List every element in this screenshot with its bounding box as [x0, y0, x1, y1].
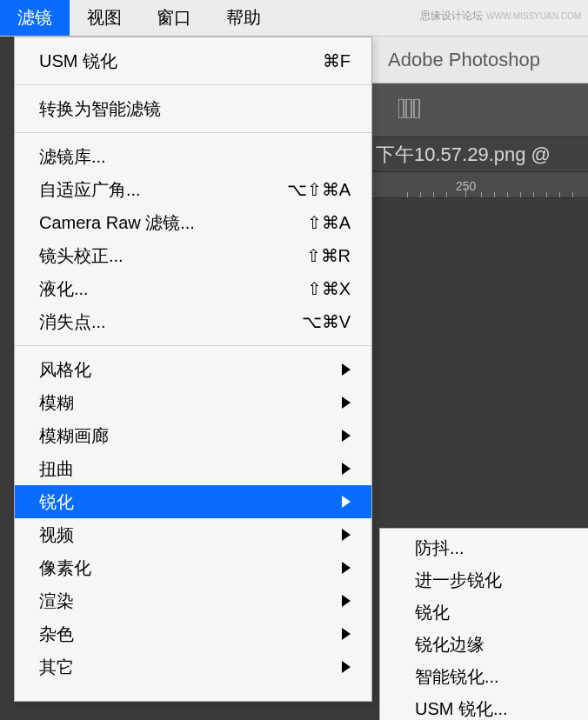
- menu-item-video[interactable]: 视频: [15, 518, 371, 551]
- menu-item-noise[interactable]: 杂色: [15, 617, 371, 650]
- chevron-right-icon: [340, 363, 351, 376]
- app-title: Adobe Photoshop: [388, 49, 540, 71]
- svg-rect-0: [398, 99, 404, 118]
- svg-rect-1: [406, 99, 411, 118]
- chevron-right-icon: [340, 595, 351, 607]
- svg-rect-2: [414, 99, 419, 118]
- menu-separator: [15, 84, 371, 85]
- chevron-right-icon: [340, 397, 351, 409]
- watermark: 思缘设计论坛WWW.MISSYUAN.COM: [420, 9, 581, 23]
- menu-item-blur[interactable]: 模糊: [15, 386, 371, 419]
- panel-layout-icon[interactable]: [398, 99, 421, 122]
- chevron-right-icon: [340, 628, 351, 640]
- document-tab[interactable]: 下午10.57.29.png @: [372, 137, 588, 172]
- toolbar: [372, 83, 588, 137]
- submenu-item-sharpen[interactable]: 锐化: [380, 597, 588, 629]
- menu-item-lens-correction[interactable]: 镜头校正... ⇧⌘R: [15, 239, 371, 272]
- filter-menu-dropdown: USM 锐化 ⌘F 转换为智能滤镜 滤镜库... 自适应广角... ⌥⇧⌘A C…: [14, 37, 372, 702]
- menubar: 滤镜 视图 窗口 帮助 思缘设计论坛WWW.MISSYUAN.COM: [0, 0, 588, 37]
- menu-item-render[interactable]: 渲染: [15, 584, 371, 617]
- chevron-right-icon: [340, 463, 351, 475]
- menu-item-stylize[interactable]: 风格化: [15, 353, 371, 386]
- menu-item-filter-gallery[interactable]: 滤镜库...: [15, 140, 371, 173]
- chevron-right-icon: [340, 496, 351, 508]
- chevron-right-icon: [340, 562, 351, 574]
- menu-item-vanishing-point[interactable]: 消失点... ⌥⌘V: [15, 305, 371, 338]
- menu-item-blur-gallery[interactable]: 模糊画廊: [15, 419, 371, 452]
- menu-view[interactable]: 视图: [70, 0, 139, 36]
- submenu-item-smart-sharpen[interactable]: 智能锐化...: [380, 661, 588, 693]
- menu-item-distort[interactable]: 扭曲: [15, 452, 371, 485]
- menu-separator: [15, 345, 371, 346]
- menu-filter[interactable]: 滤镜: [0, 0, 70, 36]
- menu-separator: [15, 132, 371, 133]
- menu-item-other[interactable]: 其它: [15, 650, 371, 683]
- chevron-right-icon: [340, 661, 351, 673]
- menu-window[interactable]: 窗口: [139, 0, 209, 36]
- chevron-right-icon: [340, 529, 351, 541]
- menu-item-adaptive-wide-angle[interactable]: 自适应广角... ⌥⇧⌘A: [15, 173, 371, 206]
- document-title: 下午10.57.29.png @: [376, 142, 551, 168]
- ruler-horizontal: 250: [372, 172, 588, 198]
- menu-item-pixelate[interactable]: 像素化: [15, 551, 371, 584]
- sharpen-submenu: 防抖... 进一步锐化 锐化 锐化边缘 智能锐化... USM 锐化...: [379, 528, 588, 720]
- submenu-item-sharpen-edges[interactable]: 锐化边缘: [380, 629, 588, 661]
- menu-item-liquify[interactable]: 液化... ⇧⌘X: [15, 272, 371, 305]
- chevron-right-icon: [340, 430, 351, 442]
- menu-item-sharpen[interactable]: 锐化: [15, 485, 371, 518]
- menu-help[interactable]: 帮助: [209, 0, 278, 36]
- submenu-item-sharpen-more[interactable]: 进一步锐化: [380, 564, 588, 597]
- menu-item-smart-filter[interactable]: 转换为智能滤镜: [15, 92, 371, 125]
- app-title-bar: Adobe Photoshop: [372, 37, 588, 83]
- submenu-item-shake-reduction[interactable]: 防抖...: [380, 532, 588, 564]
- menu-item-usm-sharpen[interactable]: USM 锐化 ⌘F: [15, 44, 371, 77]
- menu-item-camera-raw[interactable]: Camera Raw 滤镜... ⇧⌘A: [15, 206, 371, 239]
- submenu-item-usm-sharpen[interactable]: USM 锐化...: [380, 693, 588, 720]
